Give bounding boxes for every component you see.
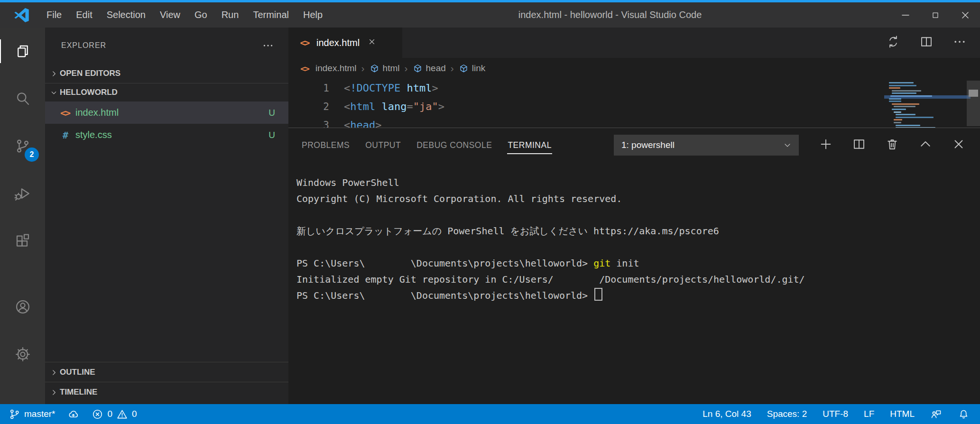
panel-tab-problems[interactable]: PROBLEMS (301, 135, 350, 156)
search-icon (14, 90, 31, 107)
menu-item-run[interactable]: Run (214, 2, 246, 28)
code-editor[interactable]: 1<!DOCTYPE html>2<html lang="ja">3<head> (288, 79, 980, 128)
window-maximize-button[interactable] (920, 2, 950, 28)
minimap-line (889, 85, 916, 86)
breadcrumb-item-link[interactable]: link (459, 63, 486, 74)
minimap[interactable] (889, 82, 966, 128)
source-control-badge: 2 (25, 147, 39, 162)
more-actions-icon[interactable] (262, 39, 274, 52)
symbol-cube-icon (413, 64, 423, 74)
menu-item-file[interactable]: File (39, 2, 69, 28)
editor-action-split-editor[interactable] (919, 35, 934, 51)
activity-extensions[interactable] (0, 217, 45, 265)
editor-scrollbar[interactable] (967, 81, 980, 126)
activity-bar: 2 (0, 28, 45, 404)
window-close-button[interactable] (950, 2, 980, 28)
status-notifications[interactable] (958, 408, 970, 420)
activity-run-and-debug[interactable] (0, 170, 45, 217)
panel-tab-output[interactable]: OUTPUT (365, 135, 401, 156)
status-cursor-position[interactable]: Ln 6, Col 43 (703, 409, 751, 419)
explorer-sidebar: EXPLORER OPEN EDITORS HELLOWORLD <>index… (45, 28, 288, 404)
status-eol[interactable]: LF (864, 409, 874, 419)
activity-source-control[interactable]: 2 (0, 122, 45, 170)
code-line: 1<!DOCTYPE html> (288, 79, 980, 97)
minimap-line (889, 101, 901, 102)
terminal-line: PS C:\Users\ \Documents\projects\hellowo… (296, 287, 980, 304)
status-publish-changes[interactable] (67, 408, 79, 420)
close-icon (368, 37, 376, 46)
activity-explorer[interactable] (0, 28, 45, 75)
menu-item-terminal[interactable]: Terminal (246, 2, 296, 28)
terminal-shell-selector[interactable]: 1: powershell (614, 135, 799, 156)
status-encoding[interactable]: UTF-8 (823, 409, 848, 419)
panel-action-maximize-panel[interactable] (918, 137, 933, 153)
chevron-down-icon (50, 89, 58, 97)
status-label: 0 (107, 409, 112, 419)
minimap-line (896, 125, 920, 126)
run-debug-icon (14, 185, 31, 202)
menu-item-edit[interactable]: Edit (69, 2, 99, 28)
activity-manage[interactable] (0, 331, 45, 378)
scrollbar-handle[interactable] (969, 90, 978, 97)
git-status-badge: U (268, 130, 275, 140)
activity-search[interactable] (0, 75, 45, 122)
panel-action-split-terminal[interactable] (852, 137, 866, 153)
status-problems[interactable]: 00 (92, 408, 137, 420)
css-file-icon: # (57, 129, 73, 141)
account-icon (14, 298, 31, 315)
html-file-icon: <> (297, 64, 312, 74)
status-label: HTML (890, 409, 915, 419)
panel-action-close-panel[interactable] (952, 137, 966, 153)
code-line: 2<html lang="ja"> (288, 97, 980, 116)
git-status-badge: U (268, 108, 275, 118)
line-number: 3 (288, 120, 329, 128)
editor-action-more-actions[interactable] (952, 35, 967, 51)
code-line: 3<head> (288, 116, 980, 128)
status-label: UTF-8 (823, 409, 848, 419)
more-actions-icon (952, 35, 967, 49)
html-file-icon: <> (297, 37, 312, 48)
open-editors-section[interactable]: OPEN EDITORS (45, 64, 288, 83)
breadcrumb-item-html[interactable]: html (370, 63, 400, 74)
close-icon (952, 137, 966, 151)
panel-tab-terminal[interactable]: TERMINAL (507, 135, 552, 156)
editor-tab-index.html[interactable]: <>index.html (288, 28, 402, 58)
status-label: 0 (132, 409, 137, 419)
folder-section-helloworld[interactable]: HELLOWORLD (45, 83, 288, 101)
status-indentation[interactable]: Spaces: 2 (767, 409, 807, 419)
panel-tab-debug-console[interactable]: DEBUG CONSOLE (416, 135, 492, 156)
cloud-upload-icon (67, 408, 79, 420)
window-controls (890, 2, 980, 28)
status-feedback[interactable] (930, 408, 942, 420)
minimap-line (894, 122, 901, 123)
panel-action-new-terminal[interactable] (819, 137, 833, 153)
chevron-right-icon (50, 70, 58, 78)
file-row-index.html[interactable]: <>index.htmlU (45, 101, 288, 124)
menu-item-go[interactable]: Go (187, 2, 214, 28)
section-label: TIMELINE (60, 387, 97, 397)
window-minimize-button[interactable] (890, 2, 920, 28)
code-text: <!DOCTYPE html> (329, 82, 438, 94)
file-row-style.css[interactable]: #style.cssU (45, 124, 288, 146)
minimap-line (892, 103, 919, 105)
status-language-mode[interactable]: HTML (890, 409, 915, 419)
menu-item-view[interactable]: View (153, 2, 187, 28)
activity-accounts[interactable] (0, 283, 45, 331)
editor-action-open-changes[interactable] (886, 35, 900, 51)
panel-header: PROBLEMSOUTPUTDEBUG CONSOLETERMINAL 1: p… (288, 128, 980, 162)
sidebar-section-timeline[interactable]: TIMELINE (45, 382, 288, 402)
breadcrumb-label: head (426, 63, 446, 74)
code-text: <html lang="ja"> (329, 101, 444, 112)
tab-bar: <>index.html (288, 28, 980, 58)
minimap-line (896, 114, 915, 115)
panel-action-kill-terminal[interactable] (885, 137, 899, 153)
menu-item-selection[interactable]: Selection (100, 2, 153, 28)
breadcrumb-item-head[interactable]: head (413, 63, 446, 74)
menu-item-help[interactable]: Help (296, 2, 330, 28)
more-actions-icon[interactable] (262, 39, 274, 52)
status-git-branch[interactable]: master* (9, 408, 55, 420)
breadcrumb-item-index.html[interactable]: <>index.html (297, 63, 357, 74)
sidebar-section-outline[interactable]: OUTLINE (45, 362, 288, 382)
terminal-output[interactable]: Windows PowerShellCopyright (C) Microsof… (288, 162, 980, 404)
tab-close-button[interactable] (368, 37, 376, 48)
